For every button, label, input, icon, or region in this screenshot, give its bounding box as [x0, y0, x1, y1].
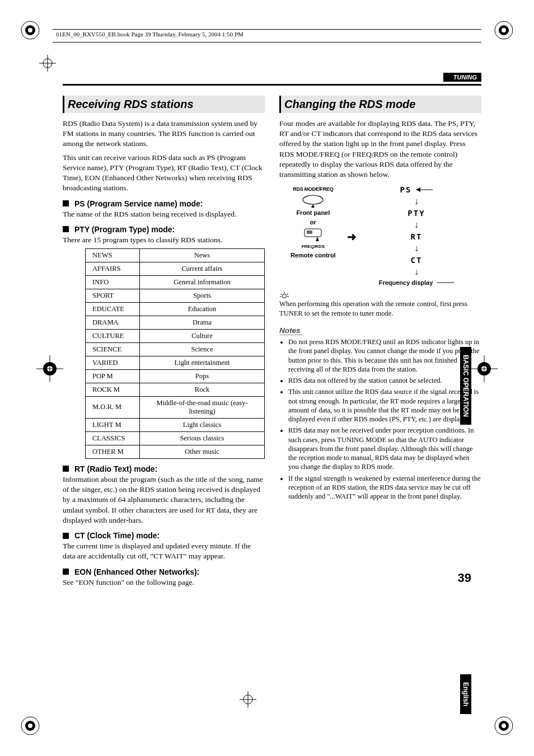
diagram-label-front-panel: Front panel [291, 208, 336, 218]
arrow-down-icon: ↓ [414, 220, 419, 230]
table-row: CLASSICSSerious classics [86, 431, 265, 445]
table-row: M.O.R. MMiddle-of-the-road music (easy-l… [86, 396, 265, 418]
right-column: Changing the RDS mode Four modes are ava… [279, 96, 481, 591]
square-bullet-icon [63, 569, 69, 575]
body-text: This unit can receive various RDS data s… [63, 153, 265, 194]
arrow-return-icon [416, 186, 433, 193]
notes-heading: Notes [279, 326, 303, 335]
pty-desc: Middle-of-the-road music (easy-listening… [140, 396, 265, 418]
tip-text: When performing this operation with the … [279, 299, 481, 318]
pty-code: ROCK M [86, 383, 140, 396]
subhead-ps-mode: PS (Program Service name) mode: [74, 199, 203, 208]
body-text: RDS (Radio Data System) is a data transm… [63, 119, 265, 149]
side-tab-language: English [460, 674, 471, 714]
page-number: 39 [458, 571, 471, 585]
pty-code: INFO [86, 275, 140, 289]
subhead-eon: EON (Enhanced Other Networks): [74, 567, 199, 576]
rds-mode-diagram: RDS MODE/FREQ Front panel or FREQ/RDS Re… [291, 185, 481, 286]
pty-code: AFFAIRS [86, 262, 140, 275]
pty-code: CULTURE [86, 329, 140, 342]
pty-code: EDUCATE [86, 302, 140, 316]
diagram-label-or: or [291, 218, 336, 228]
diagram-label-remote: Remote control [291, 251, 336, 261]
diagram-remote-btn-label: FREQ/RDS [291, 243, 336, 251]
diagram-button-label: RDS MODE/FREQ [291, 185, 336, 193]
diagram-step-pty: PTY [407, 209, 425, 218]
pty-desc: Light entertainment [140, 356, 265, 369]
arrow-down-icon: ↓ [414, 267, 419, 277]
pty-table: NEWSNewsAFFAIRSCurrent affairsINFOGenera… [85, 248, 265, 459]
tip-icon [279, 292, 289, 299]
table-row: POP MPops [86, 369, 265, 383]
pty-desc: Serious classics [140, 431, 265, 445]
alignment-mark-icon [39, 55, 56, 72]
pty-code: OTHER M [86, 445, 140, 458]
pty-code: CLASSICS [86, 431, 140, 445]
pty-desc: Culture [140, 329, 265, 342]
body-text: There are 15 program types to classify R… [63, 235, 265, 245]
body-text: Information about the program (such as t… [63, 475, 265, 525]
subhead-rt-mode: RT (Radio Text) mode: [74, 464, 157, 473]
arrow-right-icon: ➜ [347, 230, 357, 243]
square-bullet-icon [63, 200, 69, 206]
pty-desc: Rock [140, 383, 265, 396]
remote-button-icon [299, 228, 327, 243]
page-content: TUNING Receiving RDS stations RDS (Radio… [63, 73, 481, 591]
square-bullet-icon [63, 226, 69, 232]
pty-desc: News [140, 248, 265, 262]
table-row: ROCK MRock [86, 383, 265, 396]
diagram-step-freq: Frequency display [379, 279, 433, 286]
svg-point-32 [283, 294, 287, 298]
body-text: The name of the RDS station being receiv… [63, 209, 265, 219]
table-row: EDUCATEEducation [86, 302, 265, 316]
book-meta-header: 01EN_00_RXV550_EB.book Page 39 Thursday,… [53, 29, 481, 43]
pty-code: M.O.R. M [86, 396, 140, 418]
section-rule [63, 84, 481, 86]
pty-code: SPORT [86, 289, 140, 302]
pty-code: VARIED [86, 356, 140, 369]
heading-changing-rds: Changing the RDS mode [279, 96, 481, 113]
note-item: RDS data not offered by the station cann… [288, 376, 481, 385]
side-tab-basic-operation: BASIC OPERATION [460, 347, 471, 425]
crop-mark-icon [17, 712, 44, 739]
pty-desc: Education [140, 302, 265, 316]
pty-code: LIGHT M [86, 418, 140, 431]
svg-point-26 [303, 195, 323, 204]
pty-code: POP M [86, 369, 140, 383]
pty-desc: Light classics [140, 418, 265, 431]
pty-desc: Drama [140, 316, 265, 329]
pty-desc: Sports [140, 289, 265, 302]
subhead-pty-mode: PTY (Program Type) mode: [74, 225, 175, 234]
subhead-ct-mode: CT (Clock Time) mode: [74, 531, 160, 540]
pty-desc: General information [140, 275, 265, 289]
svg-point-11 [502, 724, 506, 728]
table-row: INFOGeneral information [86, 275, 265, 289]
arrow-loop-icon [437, 279, 454, 286]
table-row: OTHER MOther music [86, 445, 265, 458]
svg-line-35 [287, 294, 289, 295]
crop-mark-icon [490, 17, 517, 44]
crop-mark-icon [490, 712, 517, 739]
front-panel-button-icon [299, 194, 327, 208]
body-text: Four modes are available for displaying … [279, 119, 481, 180]
table-row: CULTURECulture [86, 329, 265, 342]
crop-mark-icon [17, 17, 44, 44]
pty-desc: Other music [140, 445, 265, 458]
svg-rect-28 [307, 231, 312, 234]
table-row: VARIEDLight entertainment [86, 356, 265, 369]
table-row: LIGHT MLight classics [86, 418, 265, 431]
note-item: This unit cannot utilize the RDS data so… [288, 387, 481, 424]
square-bullet-icon [63, 533, 69, 539]
section-label: TUNING [443, 73, 481, 82]
table-row: NEWSNews [86, 248, 265, 262]
pty-desc: Pops [140, 369, 265, 383]
table-row: SCIENCEScience [86, 342, 265, 356]
svg-point-8 [28, 724, 32, 728]
pty-desc: Science [140, 342, 265, 356]
left-column: Receiving RDS stations RDS (Radio Data S… [63, 96, 265, 591]
section-banner: TUNING [63, 73, 481, 82]
body-text: See "EON function" on the following page… [63, 577, 265, 588]
diagram-step-ct: CT [411, 256, 423, 265]
diagram-step-rt: RT [411, 232, 423, 241]
svg-marker-30 [416, 187, 420, 192]
